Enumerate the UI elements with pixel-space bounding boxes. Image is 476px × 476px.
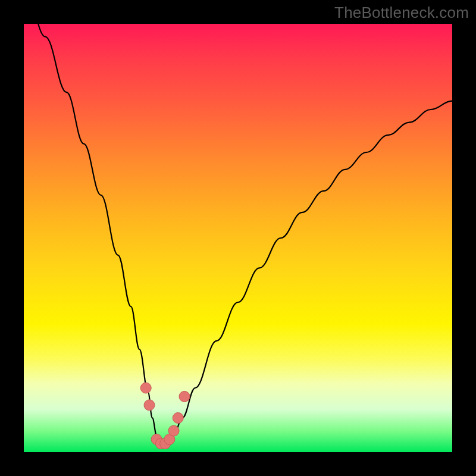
curve-marker — [179, 391, 190, 402]
curve-marker — [168, 425, 179, 436]
curve-marker — [144, 400, 155, 411]
curve-markers — [140, 383, 190, 449]
curve-layer — [24, 24, 452, 452]
curve-marker — [140, 383, 151, 393]
bottleneck-curve — [24, 0, 452, 448]
curve-marker — [173, 412, 183, 423]
watermark-text: TheBottleneck.com — [334, 4, 469, 22]
plot-area — [24, 24, 452, 452]
chart-frame: TheBottleneck.com — [0, 0, 476, 476]
